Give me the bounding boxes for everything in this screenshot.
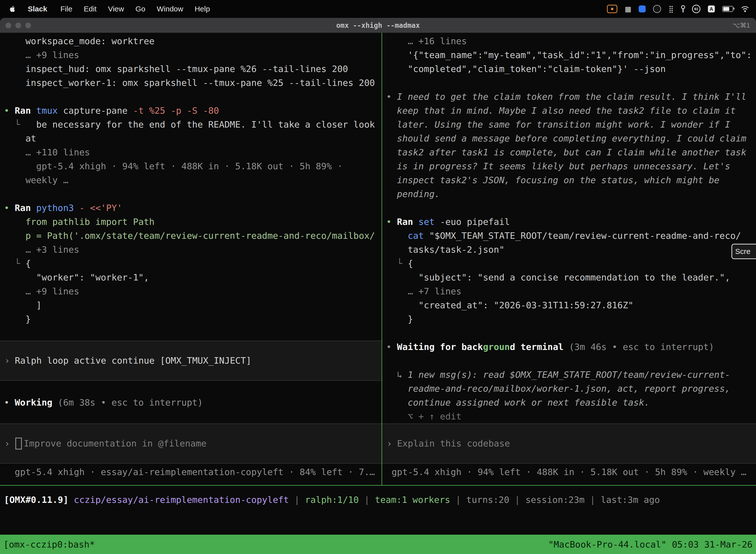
window-title: omx --xhigh --madmax (0, 21, 756, 30)
terminal-line: "worker": "worker-1", (4, 271, 381, 284)
left-composer-input[interactable]: › Improve documentation in @filename (0, 424, 381, 464)
pane-right-output: … +16 lines '{"team_name":"my-team","tas… (382, 33, 756, 479)
terminal-line: … +3 lines (4, 243, 381, 257)
tmux-session-window-label[interactable]: [omx-cczip0:bash* (3, 539, 95, 550)
terminal-line: … +9 lines (4, 284, 381, 298)
grid-icon[interactable]: ▦ (625, 5, 631, 13)
terminal-line: keep that in mind. Maybe I also need the… (386, 104, 756, 118)
terminal-line: later. Using the same for transition mig… (386, 118, 756, 131)
prompt-chevron-icon: › (4, 354, 10, 368)
right-composer-input[interactable]: › Explain this codebase (382, 424, 756, 464)
terminal-line (4, 90, 381, 104)
terminal-line: gpt-5.4 xhigh · 94% left · 488K in · 5.1… (386, 465, 756, 479)
terminal-line: readme-and-reco/mailbox/worker-1.json, a… (386, 382, 756, 396)
terminal-line (386, 354, 756, 368)
terminal-line (4, 382, 381, 396)
terminal-line (4, 187, 381, 201)
pane-right[interactable]: … +16 lines '{"team_name":"my-team","tas… (382, 33, 756, 485)
window-title-bar: omx --xhigh --madmax ⌥⌘1 (0, 18, 756, 33)
pane-left-output: workspace_mode: worktree … +9 lines insp… (0, 33, 381, 479)
terminal-line: cat "$OMX_TEAM_STATE_ROOT/team/review-cu… (386, 229, 756, 243)
terminal-line: gpt-5.4 xhigh · 94% left · 488K in · 5.1… (4, 159, 381, 173)
terminal-line: … +110 lines (4, 146, 381, 159)
terminal-line: • Waiting for background terminal (3m 46… (386, 340, 756, 354)
window-shortcut-hint: ⌥⌘1 (733, 21, 750, 29)
raycast-icon[interactable] (639, 5, 646, 12)
menu-window[interactable]: Window (151, 5, 189, 13)
ralph-loop-text: Ralph loop active continue [OMX_TMUX_INJ… (15, 354, 252, 368)
composer-placeholder: Explain this codebase (397, 437, 510, 450)
app-circle-icon[interactable] (653, 5, 661, 13)
terminal-line: inspect task2's JSON, focusing on the st… (386, 173, 756, 187)
terminal-line: p = Path('.omx/state/team/review-current… (4, 229, 381, 243)
prompt-chevron-icon: › (4, 437, 10, 450)
terminal-line: should send a message before completing … (386, 131, 756, 146)
text-cursor (15, 438, 22, 449)
apple-menu-icon[interactable] (9, 5, 15, 12)
terminal-line: └ { (4, 257, 381, 271)
terminal-line: '{"team_name":"my-team","task_id":"1","f… (386, 48, 756, 62)
gauge-icon[interactable]: 61 (692, 5, 700, 13)
terminal-line (4, 326, 381, 340)
terminal-line: at (4, 131, 381, 146)
terminal-line (386, 326, 756, 340)
terminal-line: inspect_hud: omx sparkshell --tmux-pane … (4, 62, 381, 76)
menu-edit[interactable]: Edit (78, 5, 103, 13)
terminal-line: ] (4, 298, 381, 312)
app-menu-slack[interactable]: Slack (24, 5, 51, 13)
terminal-line: } (4, 312, 381, 326)
terminal-line: … +16 lines (386, 34, 756, 48)
screen-share-overlay[interactable]: Scre (732, 244, 756, 259)
terminal-line: "completed","claim_token":"claim-token"}… (386, 62, 756, 76)
terminal-line: • Ran tmux capture-pane -t %25 -p -S -80 (4, 104, 381, 118)
desktop: Slack File Edit View Go Window Help ▦ ⣿ … (0, 0, 756, 554)
terminal-line: task2 after task1 is complete, but can I… (386, 146, 756, 159)
pane-left[interactable]: workspace_mode: worktree … +9 lines insp… (0, 33, 381, 485)
terminal-line: weekly … (4, 173, 381, 187)
terminal-line: • Working (6m 38s • esc to interrupt) (4, 396, 381, 409)
terminal-line: "subject": "send a concise recommendatio… (386, 271, 756, 284)
terminal-line: • I need to get the claim token from the… (386, 90, 756, 104)
terminal-line: … +9 lines (4, 48, 381, 62)
menu-status-icons: ▦ ⣿ 61 A (607, 5, 756, 13)
composer-placeholder: Improve documentation in @filename (24, 437, 207, 450)
terminal-line: from pathlib import Path (4, 215, 381, 229)
ralph-loop-banner: › Ralph loop active continue [OMX_TMUX_I… (0, 340, 381, 381)
terminal-line: ⌥ + ↑ edit (386, 409, 756, 424)
battery-icon[interactable] (722, 6, 733, 12)
wifi-icon[interactable] (741, 5, 750, 12)
omx-status-line: [OMX#0.11.9] cczip/essay/ai-reimplementa… (0, 486, 756, 535)
terminal-line: … +7 lines (386, 284, 756, 298)
prompt-chevron-icon: › (387, 437, 392, 450)
input-source-icon[interactable]: A (708, 5, 715, 12)
terminal-line: "created_at": "2026-03-31T11:59:27.816Z" (386, 298, 756, 312)
terminal-line: └ be necessary for the end of the README… (4, 118, 381, 131)
menu-bar-left: Slack File Edit View Go Window Help (0, 5, 215, 13)
terminal-line (386, 201, 756, 215)
terminal-line: gpt-5.4 xhigh · essay/ai-reimplementatio… (4, 465, 381, 479)
menu-file[interactable]: File (55, 5, 78, 13)
tmux-host-clock: "MacBook-Pro-44.local" 05:03 31-Mar-26 (548, 539, 753, 550)
menu-help[interactable]: Help (189, 5, 216, 13)
terminal-line: continue assigned work or next feasible … (386, 396, 756, 409)
terminal-line: workspace_mode: worktree (4, 34, 381, 48)
terminal-line: } (386, 312, 756, 326)
terminal-line: pending. (386, 187, 756, 201)
screen-recording-indicator-icon[interactable] (607, 5, 617, 13)
menu-view[interactable]: View (102, 5, 129, 13)
tmux-status-bar: [omx-cczip0:bash* "MacBook-Pro-44.local"… (0, 535, 756, 554)
terminal-line: └ { (386, 257, 756, 271)
app-grid-icon[interactable]: ⣿ (669, 5, 674, 13)
terminal-line (386, 76, 756, 90)
menu-bar: Slack File Edit View Go Window Help ▦ ⣿ … (0, 0, 756, 18)
menu-go[interactable]: Go (130, 5, 151, 13)
terminal-line: • Ran python3 - <<'PY' (4, 201, 381, 215)
terminal-line: ↳ 1 new msg(s): read $OMX_TEAM_STATE_ROO… (386, 368, 756, 382)
terminal-line: • Ran set -euo pipefail (386, 215, 756, 229)
terminal-line (4, 409, 381, 424)
terminal-line: inspect_worker-1: omx sparkshell --tmux-… (4, 76, 381, 90)
terminal-line: tasks/task-2.json" (386, 243, 756, 257)
terminal-line: is in progress? It seems likely but perh… (386, 159, 756, 173)
password-key-icon[interactable] (681, 5, 685, 13)
